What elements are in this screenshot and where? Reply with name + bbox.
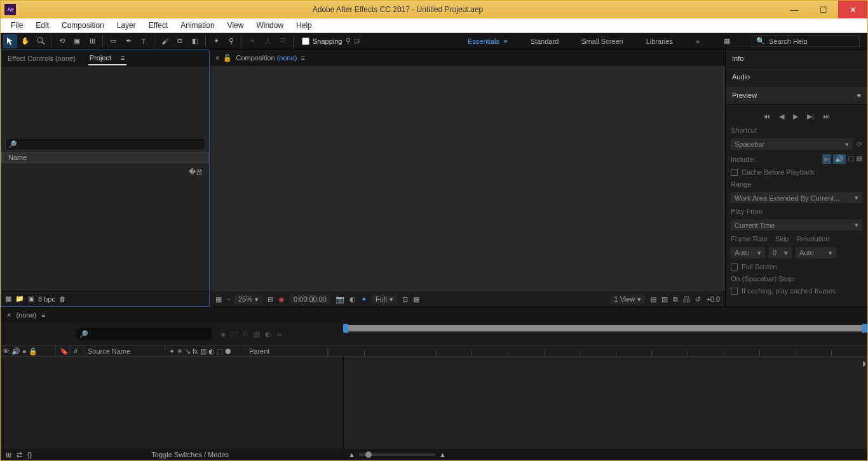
camera-tool[interactable]: ▣ xyxy=(70,34,84,48)
brackets-icon[interactable]: {} xyxy=(27,451,32,458)
time-ruler[interactable] xyxy=(327,347,867,356)
tab-project[interactable]: Project ≡ xyxy=(88,51,126,65)
shy-icon[interactable]: ⚐ xyxy=(242,330,248,338)
last-frame-icon[interactable]: ⏭ xyxy=(823,112,830,121)
new-folder-icon[interactable]: 📁 xyxy=(15,295,24,303)
color-icon[interactable]: ✦ xyxy=(361,295,367,304)
include-audio-icon[interactable]: 🔊 xyxy=(833,154,846,164)
menu-help[interactable]: Help xyxy=(290,19,318,32)
resolution-icon[interactable]: ⊟ xyxy=(268,295,273,304)
solo-col-icon[interactable]: ● xyxy=(22,347,27,356)
rectangle-tool[interactable]: ▭ xyxy=(106,34,120,48)
comp-mini-flowchart-icon[interactable]: ◈ xyxy=(220,330,226,338)
draft3d-icon[interactable]: ⬚ xyxy=(231,330,237,338)
source-name-col[interactable]: Source Name xyxy=(83,346,165,356)
index-col[interactable]: # xyxy=(69,346,83,356)
menu-view[interactable]: View xyxy=(221,19,250,32)
frame-blend-icon[interactable]: ▥ xyxy=(254,330,260,338)
parent-col[interactable]: Parent xyxy=(245,346,327,356)
snap-grid-icon[interactable]: ⊡ xyxy=(354,37,360,45)
interpret-footage-icon[interactable]: ▦ xyxy=(5,295,11,303)
switches-col[interactable]: ✦☀↘fx▥◐⬚⬢ xyxy=(165,346,245,356)
roi-icon[interactable]: ⊡ xyxy=(402,295,408,304)
panel-audio[interactable]: Audio xyxy=(726,68,867,86)
work-area-bar[interactable] xyxy=(344,325,866,331)
timeline-tab[interactable]: (none) xyxy=(16,311,36,319)
snapshot-icon[interactable]: 📷 xyxy=(336,295,344,304)
timeline-track-area[interactable]: ◗ xyxy=(343,357,867,449)
skip-dropdown[interactable]: 0▾ xyxy=(769,247,792,258)
timeline-search[interactable]: 🔎 xyxy=(76,328,212,340)
close-button[interactable]: ✕ xyxy=(838,1,867,18)
puppet-tool[interactable]: ⚲ xyxy=(224,34,238,48)
next-frame-icon[interactable]: ▶| xyxy=(807,112,814,121)
include-cache-icon[interactable]: ▦ xyxy=(856,154,862,164)
panel-menu-icon[interactable]: ≡ xyxy=(857,91,861,99)
lock-icon[interactable]: 🔓 xyxy=(223,54,232,62)
transparency-grid-icon[interactable]: ▦ xyxy=(413,295,419,304)
eraser-tool[interactable]: ◧ xyxy=(188,34,202,48)
flowchart-icon[interactable]: 品 xyxy=(683,295,690,304)
workspace-standard[interactable]: Standard xyxy=(528,36,562,46)
show-channel-icon[interactable]: ◐ xyxy=(349,295,356,304)
workspace-overflow-icon[interactable]: » xyxy=(693,36,702,46)
toggle-mask-icon[interactable]: ▫ xyxy=(227,295,229,303)
hand-tool[interactable]: ✋ xyxy=(18,34,32,48)
pan-behind-tool[interactable]: ⊞ xyxy=(85,34,99,48)
include-overlay-icon[interactable]: ▢ xyxy=(848,154,854,164)
reset-exposure-icon[interactable]: ↺ xyxy=(695,295,701,304)
maximize-button[interactable]: ☐ xyxy=(809,1,838,18)
panel-info[interactable]: Info xyxy=(726,50,867,68)
timeline-layer-list[interactable] xyxy=(1,357,343,449)
project-search[interactable]: 🔎 xyxy=(5,138,205,150)
label-col-icon[interactable]: 🔖 xyxy=(60,347,69,356)
lock-col-icon[interactable]: 🔒 xyxy=(29,347,37,356)
close-tab-icon[interactable]: × xyxy=(215,54,219,62)
cached-frames-checkbox[interactable] xyxy=(731,288,738,295)
selection-tool[interactable] xyxy=(3,34,17,48)
project-column-name[interactable]: Name xyxy=(1,152,209,163)
orbit-tool[interactable]: ⟲ xyxy=(55,34,69,48)
composition-tab-label[interactable]: Composition (none) xyxy=(236,54,297,62)
framerate-dropdown[interactable]: Auto▾ xyxy=(731,247,765,258)
workspace-reset-icon[interactable]: ▦ xyxy=(720,34,734,48)
zoom-out-icon[interactable]: ▲ xyxy=(348,451,355,458)
workspace-small-screen[interactable]: Small Screen xyxy=(579,36,625,46)
tab-effect-controls[interactable]: Effect Controls (none) xyxy=(6,52,77,65)
snapping-checkbox[interactable] xyxy=(302,37,309,45)
zoom-tool[interactable] xyxy=(34,34,48,48)
new-comp-icon[interactable]: ▣ xyxy=(28,295,34,303)
zoom-in-icon[interactable]: ▲ xyxy=(439,451,446,458)
project-flowchart-icon[interactable]: �품 xyxy=(189,167,203,177)
trash-icon[interactable]: 🗑 xyxy=(59,295,66,303)
audio-col-icon[interactable]: 🔊 xyxy=(11,347,20,356)
menu-edit[interactable]: Edit xyxy=(29,19,55,32)
play-icon[interactable]: ▶ xyxy=(793,112,798,121)
workspace-essentials[interactable]: Essentials ≡ xyxy=(465,36,510,46)
workspace-libraries[interactable]: Libraries xyxy=(644,36,675,46)
exposure-value[interactable]: +0.0 xyxy=(706,295,720,303)
toggle-switches-modes[interactable]: Toggle Switches / Modes xyxy=(37,451,343,458)
panel-menu-icon[interactable]: ≡ xyxy=(121,54,125,62)
clone-tool[interactable]: ⧉ xyxy=(173,34,187,48)
fullscreen-checkbox[interactable] xyxy=(731,264,738,271)
minimize-button[interactable]: — xyxy=(780,1,809,18)
fast-preview-icon[interactable]: ▨ xyxy=(661,295,668,304)
menu-layer[interactable]: Layer xyxy=(111,19,142,32)
bpc-toggle[interactable]: 8 bpc xyxy=(38,295,55,303)
view-layout-dropdown[interactable]: 1 View ▾ xyxy=(610,295,645,304)
motion-blur-icon[interactable]: ◐ xyxy=(265,330,271,338)
project-bin[interactable]: �품 xyxy=(1,163,209,291)
panel-menu-icon[interactable]: ≡ xyxy=(301,54,304,62)
first-frame-icon[interactable]: ⏮ xyxy=(763,112,770,121)
shortcut-dropdown[interactable]: Spacebar▾ xyxy=(731,138,853,150)
composition-viewer[interactable] xyxy=(210,66,725,291)
prev-frame-icon[interactable]: ◀ xyxy=(779,112,784,121)
preview-res-dropdown[interactable]: Auto▾ xyxy=(796,247,836,258)
include-video-icon[interactable]: ▶ xyxy=(822,154,831,164)
comp-marker-icon[interactable]: ◗ xyxy=(862,359,866,368)
menu-file[interactable]: File xyxy=(4,19,29,32)
video-col-icon[interactable]: 👁 xyxy=(3,347,10,356)
menu-animation[interactable]: Animation xyxy=(174,19,220,32)
toggle-alpha-icon[interactable]: ▦ xyxy=(215,295,222,304)
